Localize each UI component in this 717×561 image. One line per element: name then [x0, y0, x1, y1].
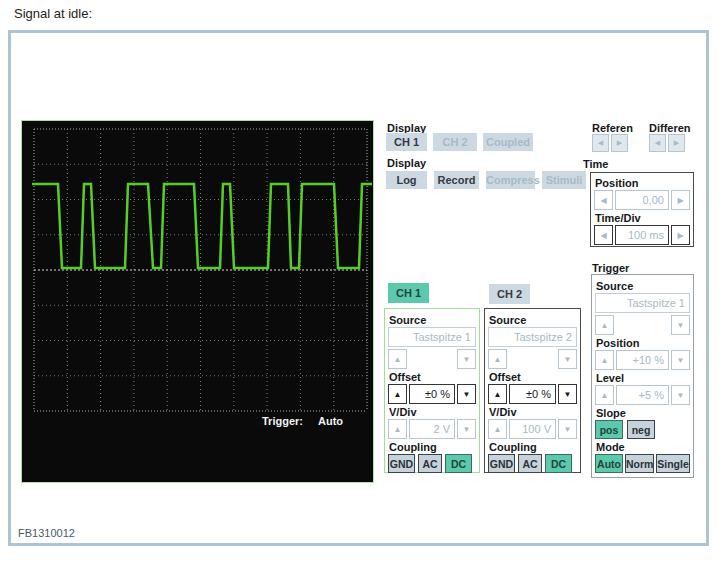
trigger-level-down-button[interactable]: ▼ [671, 385, 690, 405]
ch2-vdiv-up-button[interactable]: ▲ [488, 419, 507, 439]
up-arrow-icon: ▲ [494, 390, 502, 399]
trigger-position-label: Position [596, 337, 690, 349]
ch1-vdiv-value: 2 V [409, 419, 455, 439]
up-arrow-icon: ▲ [394, 390, 402, 399]
ch2-source-field[interactable]: Tastspitze 2 [488, 327, 577, 347]
oscilloscope-panel: Trigger: Auto Display CH 1 CH 2 Coupled … [8, 30, 709, 546]
trigger-mode-single-button[interactable]: Single [656, 454, 690, 473]
time-section-label: Time [583, 158, 608, 170]
down-arrow-icon: ▼ [677, 321, 685, 330]
trigger-slope-label: Slope [596, 407, 690, 419]
trigger-source-label: Source [596, 280, 690, 292]
down-arrow-icon: ▼ [463, 390, 471, 399]
scope-display: Trigger: Auto [21, 120, 374, 483]
trigger-position-value: +10 % [616, 350, 669, 370]
down-arrow-icon: ▼ [564, 390, 572, 399]
reference-prev-button[interactable]: ◀ [592, 134, 609, 152]
right-arrow-icon: ▶ [617, 139, 622, 147]
ch2-coupling-label: Coupling [489, 441, 577, 453]
page-title: Signal at idle: [14, 6, 92, 21]
ch1-source-label: Source [389, 314, 476, 326]
ch1-source-field[interactable]: Tastspitze 1 [388, 327, 476, 347]
trigger-source-up-button[interactable]: ▲ [595, 315, 614, 335]
ch1-offset-down-button[interactable]: ▼ [457, 384, 476, 404]
ch2-vdiv-down-button[interactable]: ▼ [558, 419, 577, 439]
ch1-offset-label: Offset [389, 371, 476, 383]
up-arrow-icon: ▲ [601, 321, 609, 330]
ch2-offset-label: Offset [489, 371, 577, 383]
ch2-source-down-button[interactable]: ▼ [558, 349, 577, 369]
ch1-vdiv-up-button[interactable]: ▲ [388, 419, 407, 439]
display-modes-label: Display [387, 157, 426, 169]
compress-button[interactable]: Compress [486, 171, 535, 189]
ch2-coupling-gnd-button[interactable]: GND [488, 454, 515, 473]
up-arrow-icon: ▲ [601, 356, 609, 365]
ch2-select-button[interactable]: CH 2 [489, 284, 530, 304]
time-panel: Position ◀ 0,00 ▶ Time/Div ◀ 100 ms ▶ [590, 172, 694, 247]
trigger-source-down-button[interactable]: ▼ [671, 315, 690, 335]
record-button[interactable]: Record [434, 171, 479, 189]
time-position-decrement-button[interactable]: ◀ [594, 190, 613, 210]
down-arrow-icon: ▼ [677, 391, 685, 400]
display-modes-row: Log Record Compress Stimuli [386, 171, 586, 189]
trigger-position-down-button[interactable]: ▼ [671, 350, 690, 370]
left-arrow-icon: ◀ [600, 196, 606, 205]
display-ch2-button[interactable]: CH 2 [433, 133, 477, 151]
down-arrow-icon: ▼ [564, 355, 572, 364]
ch1-source-up-button[interactable]: ▲ [388, 349, 407, 369]
reference-difference-nav-row: ◀ ▶ ◀ ▶ [592, 134, 685, 152]
ch1-select-button[interactable]: CH 1 [388, 283, 429, 303]
ch2-coupling-ac-button[interactable]: AC [518, 454, 542, 473]
reference-label: Referen [592, 122, 633, 134]
scope-trigger-value: Auto [318, 415, 343, 427]
ch2-offset-up-button[interactable]: ▲ [488, 384, 507, 404]
ch2-panel: Source Tastspitze 2 ▲ ▼ Offset ▲ ±0 % ▼ … [484, 308, 581, 473]
right-arrow-icon: ▶ [677, 196, 683, 205]
display-coupled-button[interactable]: Coupled [483, 133, 533, 151]
ch1-source-down-button[interactable]: ▼ [457, 349, 476, 369]
ch2-offset-down-button[interactable]: ▼ [558, 384, 577, 404]
trigger-section-label: Trigger [592, 262, 629, 274]
ch1-coupling-label: Coupling [389, 441, 476, 453]
difference-next-button[interactable]: ▶ [668, 134, 685, 152]
ch1-coupling-dc-button[interactable]: DC [445, 454, 472, 473]
scope-trigger-label: Trigger: [262, 415, 303, 427]
down-arrow-icon: ▼ [463, 425, 471, 434]
time-position-increment-button[interactable]: ▶ [671, 190, 690, 210]
left-arrow-icon: ◀ [655, 139, 660, 147]
trigger-mode-auto-button[interactable]: Auto [595, 454, 623, 473]
timediv-value: 100 ms [615, 225, 669, 245]
ch1-vdiv-label: V/Div [389, 406, 476, 418]
ch1-coupling-ac-button[interactable]: AC [418, 454, 442, 473]
ch2-source-up-button[interactable]: ▲ [488, 349, 507, 369]
reference-next-button[interactable]: ▶ [611, 134, 628, 152]
time-position-value: 0,00 [615, 190, 669, 210]
trigger-mode-norm-button[interactable]: Norm [625, 454, 654, 473]
ch2-coupling-dc-button[interactable]: DC [545, 454, 572, 473]
up-arrow-icon: ▲ [394, 425, 402, 434]
trigger-slope-pos-button[interactable]: pos [595, 420, 623, 439]
trigger-slope-neg-button[interactable]: neg [627, 420, 655, 439]
ch2-offset-value: ±0 % [509, 384, 556, 404]
ch1-coupling-gnd-button[interactable]: GND [388, 454, 415, 473]
ch1-panel: Source Tastspitze 1 ▲ ▼ Offset ▲ ±0 % ▼ … [384, 308, 480, 473]
trigger-level-label: Level [596, 372, 690, 384]
display-ch1-button[interactable]: CH 1 [386, 133, 427, 151]
timediv-decrement-button[interactable]: ◀ [594, 225, 613, 245]
difference-label: Differen [649, 122, 691, 134]
difference-prev-button[interactable]: ◀ [649, 134, 666, 152]
up-arrow-icon: ▲ [601, 391, 609, 400]
stimuli-button[interactable]: Stimuli [542, 171, 586, 189]
timediv-increment-button[interactable]: ▶ [671, 225, 690, 245]
up-arrow-icon: ▲ [394, 355, 402, 364]
log-button[interactable]: Log [386, 171, 427, 189]
trigger-level-value: +5 % [616, 385, 669, 405]
trigger-position-up-button[interactable]: ▲ [595, 350, 614, 370]
ch1-offset-up-button[interactable]: ▲ [388, 384, 407, 404]
trigger-source-field[interactable]: Tastspitze 1 [595, 293, 690, 313]
ch1-vdiv-down-button[interactable]: ▼ [457, 419, 476, 439]
trigger-level-up-button[interactable]: ▲ [595, 385, 614, 405]
right-arrow-icon: ▶ [677, 231, 683, 240]
down-arrow-icon: ▼ [463, 355, 471, 364]
up-arrow-icon: ▲ [494, 425, 502, 434]
